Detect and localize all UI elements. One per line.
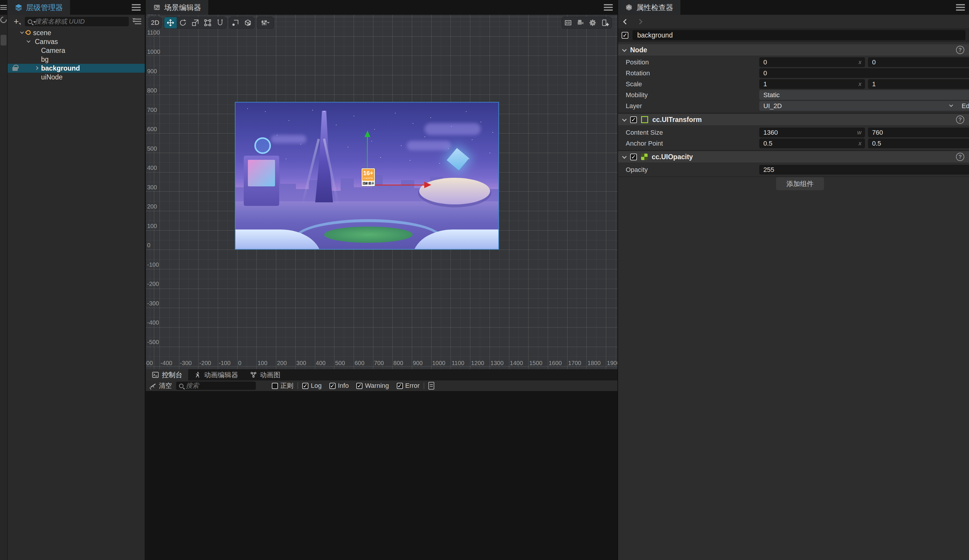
tab-animation-editor[interactable]: 动画编辑器: [188, 369, 244, 381]
scene-menu-icon[interactable]: [604, 4, 613, 11]
ruler-y-label: -400: [147, 319, 159, 326]
content-size-h-input[interactable]: 760: [868, 128, 969, 137]
ruler-y-label: 1200: [147, 15, 160, 17]
ruler-x-label: -500: [146, 360, 153, 367]
add-component-button[interactable]: 添加组件: [776, 177, 824, 190]
anchor-y-input[interactable]: 0.5: [868, 138, 969, 148]
regex-checkbox[interactable]: 正则: [272, 381, 293, 390]
ruler-x-label: 400: [316, 360, 326, 367]
ruler-x-label: 1700: [568, 360, 581, 367]
hierarchy-tab-label: 层级管理器: [26, 3, 63, 12]
hierarchy-search-input[interactable]: 搜索名称或 UUID: [25, 17, 129, 26]
content-size-label: Content Size: [626, 129, 663, 136]
tree-item-label: background: [41, 65, 80, 72]
mode-2d-button[interactable]: 2D: [149, 17, 161, 28]
scale-x-input[interactable]: 1x: [759, 79, 865, 89]
position-y-input[interactable]: 0: [868, 57, 969, 67]
tab-scene[interactable]: 场景编辑器: [146, 0, 208, 15]
scene-view[interactable]: 1200110010009008007006005004003002001000…: [146, 15, 618, 369]
tree-item-Canvas[interactable]: Canvas: [8, 37, 145, 46]
log-file-icon[interactable]: [428, 382, 434, 390]
error-filter-checkbox[interactable]: Error: [397, 382, 420, 390]
content-size-w-input[interactable]: 1360w: [759, 128, 865, 137]
mobility-select[interactable]: Static: [759, 90, 969, 100]
ruler-x-label: 1400: [510, 360, 523, 367]
scale-tool-button[interactable]: [189, 17, 201, 28]
rotate-tool-button[interactable]: [176, 17, 189, 28]
expand-collapse-icon[interactable]: [132, 18, 141, 25]
uitransform-enabled-checkbox[interactable]: [630, 116, 637, 123]
inspector-tabbar: 属性检查器: [618, 0, 969, 15]
inspector-menu-icon[interactable]: [956, 4, 965, 11]
create-node-button[interactable]: +: [11, 17, 21, 26]
rect-tool-button[interactable]: [201, 17, 214, 28]
neon-sign: [255, 137, 271, 154]
coordinate-button[interactable]: [241, 17, 254, 28]
ruler-y-label: 300: [147, 184, 157, 191]
ruler-y-label: 200: [147, 203, 157, 210]
camera-button[interactable]: [574, 17, 587, 28]
panel-settings-icon: [601, 19, 609, 27]
forward-arrow-icon[interactable]: [637, 19, 642, 24]
transform-tool-button[interactable]: [214, 17, 226, 28]
rotation-input[interactable]: 0: [759, 68, 969, 78]
chevron-down-icon[interactable]: [27, 39, 30, 43]
tree-item-scene[interactable]: scene: [8, 28, 145, 37]
tree-item-Camera[interactable]: Camera: [8, 46, 145, 55]
aspect-ratio-button[interactable]: [562, 17, 574, 28]
refresh-icon[interactable]: [0, 15, 8, 25]
layer-edit-button[interactable]: Edit: [953, 101, 969, 111]
node-name-input[interactable]: background: [633, 30, 966, 40]
warning-filter-checkbox[interactable]: Warning: [356, 382, 389, 390]
tab-animation-graph[interactable]: 动画图: [244, 369, 286, 381]
scale-y-input[interactable]: 1: [868, 79, 969, 89]
gizmo-x-axis[interactable]: [367, 184, 425, 186]
uitransform-section-header[interactable]: cc.UITransform: [618, 114, 969, 125]
position-row: Position 0x 0: [618, 57, 969, 68]
tree-item-uiNode[interactable]: uiNode: [8, 73, 145, 81]
move-tool-button[interactable]: [164, 17, 176, 28]
scene-tabbar: 场景编辑器: [146, 0, 618, 15]
log-filters: LogInfoWarningError: [302, 382, 420, 390]
ruler-x-label: -200: [200, 360, 211, 367]
tab-hierarchy[interactable]: 层级管理器: [8, 0, 70, 15]
chevron-right-icon[interactable]: [35, 66, 38, 70]
layer-select[interactable]: UI_2D: [759, 101, 957, 111]
view-settings-button[interactable]: [599, 17, 611, 28]
help-icon[interactable]: [956, 153, 964, 161]
age-rating-inner: 16+ CADPA: [362, 169, 374, 181]
tree-item-label: uiNode: [41, 73, 63, 81]
hierarchy-menu-icon[interactable]: [132, 4, 141, 11]
chevron-down-icon: [622, 47, 627, 52]
help-icon[interactable]: [956, 115, 964, 124]
console-search-input[interactable]: 搜索: [176, 382, 256, 390]
tab-console[interactable]: 控制台: [146, 369, 188, 381]
node-section-header[interactable]: Node: [618, 44, 969, 55]
console-output[interactable]: [146, 391, 618, 560]
tab-inspector[interactable]: 属性检查器: [618, 0, 680, 15]
opacity-input[interactable]: 255: [759, 165, 969, 174]
help-icon[interactable]: [956, 46, 964, 54]
uiopacity-section-header[interactable]: cc.UIOpacity: [618, 151, 969, 163]
chevron-down-icon[interactable]: [20, 30, 24, 34]
back-arrow-icon[interactable]: [623, 19, 628, 24]
main-menu-button[interactable]: [0, 0, 7, 15]
gizmo-gear-button[interactable]: [587, 17, 599, 28]
gizmo-settings-button[interactable]: [257, 17, 273, 28]
checkbox-icon: [302, 383, 308, 389]
hamburger-icon: [0, 5, 7, 10]
tree-item-background[interactable]: background: [8, 64, 145, 73]
tree-item-bg[interactable]: bg: [8, 55, 145, 64]
position-x-input[interactable]: 0x: [759, 57, 865, 67]
console-clear-button[interactable]: 清空: [150, 381, 172, 390]
log-filter-checkbox[interactable]: Log: [302, 382, 322, 390]
pivot-button[interactable]: [229, 17, 241, 28]
layers-icon: [15, 3, 22, 11]
checkbox-icon: [397, 383, 403, 389]
uiopacity-enabled-checkbox[interactable]: [630, 154, 637, 160]
anchor-x-input[interactable]: 0.5x: [759, 138, 865, 148]
dock-indicator[interactable]: [1, 35, 7, 45]
node-active-checkbox[interactable]: [621, 32, 628, 39]
info-filter-checkbox[interactable]: Info: [330, 382, 349, 390]
ruler-y-label: 1100: [147, 29, 160, 36]
